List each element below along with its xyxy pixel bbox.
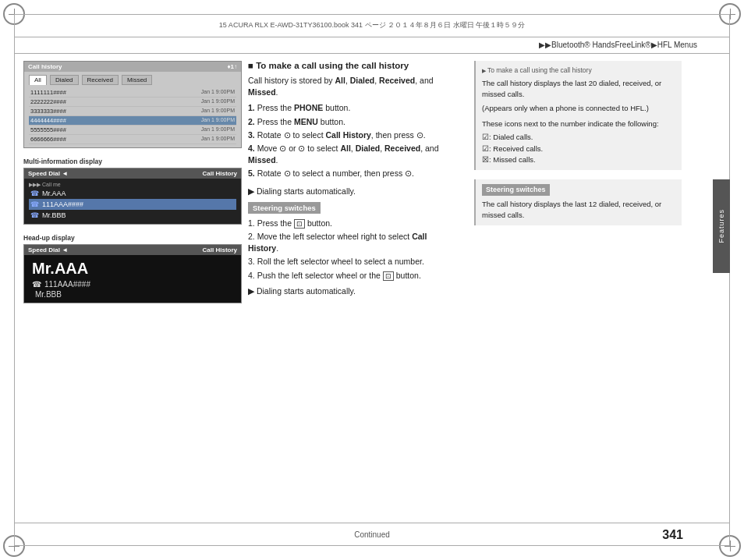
mi-row: ☎Mr.BBB	[29, 210, 236, 221]
icon-missed: ☒: Missed calls.	[482, 154, 675, 165]
info-box-1-title: To make a call using the call history	[482, 66, 675, 75]
hud-main-name: Mr.AAA	[29, 258, 236, 279]
hud-rows: ☎111AAA#### Mr.BBB	[29, 279, 236, 299]
mi-name: Mr.AAA	[42, 190, 66, 197]
dialing-note: Dialing starts automatically.	[248, 186, 459, 196]
mi-name: Mr.BBB	[42, 211, 66, 219]
call-number: 1111111####	[30, 89, 201, 96]
info-box-1-para1: The call history displays the last 20 di…	[482, 78, 675, 100]
call-row: 5555555####Jan 1 9:00PM	[29, 126, 236, 135]
steering-label: Steering switches	[248, 202, 321, 214]
hud-title: Call History	[203, 246, 237, 253]
heading-rule	[14, 53, 730, 54]
hud-row: Mr.BBB	[29, 289, 236, 299]
main-title: To make a call using the call history	[248, 61, 459, 70]
call-row: 6666666####Jan 1 9:00PM	[29, 135, 236, 144]
hud-body: Mr.AAA ☎111AAA#### Mr.BBB	[24, 255, 241, 303]
step-1: 1. Press the PHONE button.	[248, 102, 459, 114]
mi-rows: ☎Mr.AAA☎111AAA####☎Mr.BBB	[29, 188, 236, 221]
step-5: 5. Rotate ⊙ to select a number, then pre…	[248, 168, 459, 179]
call-time: Jan 1 9:00PM	[201, 89, 235, 96]
s-step-1: 1. Press the ⊡ button.	[248, 218, 459, 229]
icon-received: ☑: Received calls.	[482, 144, 675, 154]
tab-all[interactable]: All	[29, 75, 47, 85]
mi-name: 111AAA####	[42, 200, 83, 208]
step-4: 4. Move ⊙ or ⊙ to select All, Dialed, Re…	[248, 143, 459, 166]
steering-info-text: The call history displays the last 12 di…	[482, 199, 675, 221]
step-2: 2. Press the MENU button.	[248, 116, 459, 128]
call-time: Jan 1 9:00PM	[201, 136, 235, 143]
instruction-list: 1. Press the PHONE button. 2. Press the …	[248, 102, 459, 179]
middle-column: To make a call using the call history Ca…	[248, 61, 459, 302]
left-column: Call history ♦1↑ All Dialed Received Mis…	[23, 61, 242, 313]
right-column: To make a call using the call history Th…	[474, 61, 705, 225]
step-3: 3. Rotate ⊙ to select Call History, then…	[248, 129, 459, 141]
hud-screenshot: Speed Dial ◄ Call History Mr.AAA ☎111AAA…	[23, 244, 242, 303]
steering-info-box: Steering switches The call history displ…	[474, 179, 682, 225]
hud-icon: ☎	[32, 280, 41, 289]
intro-para: Call history is stored by All, Dialed, R…	[248, 75, 459, 97]
mi-subtitle: ▶▶▶ Call me	[29, 182, 236, 188]
s-step-3: 3. Roll the left selector wheel to selec…	[248, 256, 459, 268]
hud-header: Speed Dial ◄ Call History	[24, 245, 241, 255]
call-number: 6666666####	[30, 136, 201, 143]
call-row: 4444444####Jan 1 9:00PM	[29, 116, 236, 126]
call-history-tabs: All Dialed Received Missed	[29, 75, 236, 85]
mi-call-icon: ☎	[30, 200, 39, 208]
multi-info-screenshot: Speed Dial ◄ Call History ▶▶▶ Call me ☎M…	[23, 168, 242, 225]
tab-dialed[interactable]: Dialed	[50, 75, 79, 85]
top-header: 15 ACURA RLX E-AWD-31TY36100.book 341 ペー…	[14, 14, 730, 37]
icon-list: ☑: Dialed calls. ☑: Received calls. ☒: M…	[482, 132, 675, 165]
s-step-2: 2. Move the left selector wheel right to…	[248, 231, 459, 254]
call-number: 4444444####	[30, 117, 201, 124]
call-time: Jan 1 9:00PM	[201, 117, 235, 124]
call-time: Jan 1 9:00PM	[201, 108, 235, 115]
multi-info-header: Speed Dial ◄ Call History	[24, 168, 241, 179]
tab-received[interactable]: Received	[82, 75, 119, 85]
hud-name: Mr.BBB	[35, 290, 62, 299]
hud-back: Speed Dial ◄	[28, 246, 68, 253]
call-row: 1111111####Jan 1 9:00PM	[29, 88, 236, 97]
call-row: 2222222####Jan 1 9:00PM	[29, 97, 236, 107]
call-history-body: All Dialed Received Missed 1111111####Ja…	[24, 72, 241, 147]
mi-row: ☎111AAA####	[29, 199, 236, 210]
icon-dialed: ☑: Dialed calls.	[482, 132, 675, 143]
steering-section: Steering switches 1. Press the ⊡ button.…	[248, 202, 459, 296]
mi-call-icon: ☎	[30, 190, 39, 197]
multi-info-body: ▶▶▶ Call me ☎Mr.AAA☎111AAA####☎Mr.BBB	[24, 179, 241, 224]
right-tab-text: Features	[717, 209, 725, 243]
call-time: Jan 1 9:00PM	[201, 126, 235, 133]
steering-info-label: Steering switches	[482, 184, 550, 196]
call-number: 2222222####	[30, 98, 201, 105]
call-rows: 1111111####Jan 1 9:00PM2222222####Jan 1 …	[29, 88, 236, 144]
mi-call-icon: ☎	[30, 211, 39, 219]
mi-back: Speed Dial ◄	[28, 170, 68, 177]
multi-info-label: Multi-information display	[23, 158, 242, 165]
call-history-icon: ♦1↑	[227, 63, 237, 70]
right-tab: Features	[713, 179, 730, 273]
continued-label: Continued	[61, 530, 683, 539]
steering-dialing-note: Dialing starts automatically.	[248, 286, 459, 296]
info-box-1: To make a call using the call history Th…	[474, 61, 682, 170]
steering-list: 1. Press the ⊡ button. 2. Move the left …	[248, 218, 459, 282]
hud-label: Head-up display	[23, 234, 242, 242]
page-number: 341	[662, 528, 683, 542]
mi-title: Call History	[203, 170, 237, 177]
call-number: 5555555####	[30, 126, 201, 133]
call-number: 3333333####	[30, 108, 201, 115]
section-heading: ▶▶Bluetooth® HandsFreeLink®▶HFL Menus	[539, 41, 697, 49]
call-history-header: Call history ♦1↑	[24, 62, 241, 72]
mi-row: ☎Mr.AAA	[29, 188, 236, 199]
call-row: 3333333####Jan 1 9:00PM	[29, 107, 236, 116]
header-text: 15 ACURA RLX E-AWD-31TY36100.book 341 ペー…	[45, 20, 699, 30]
s-step-4: 4. Push the left selector wheel or the ⊡…	[248, 270, 459, 282]
info-box-1-para2: (Appears only when a phone is connected …	[482, 103, 675, 114]
call-history-screenshot: Call history ♦1↑ All Dialed Received Mis…	[23, 61, 242, 148]
bottom-footer: Continued 341	[14, 523, 730, 546]
call-time: Jan 1 9:00PM	[201, 98, 235, 105]
call-history-title: Call history	[28, 63, 62, 70]
tab-missed[interactable]: Missed	[122, 75, 152, 85]
hud-row: ☎111AAA####	[29, 279, 236, 289]
hud-name: 111AAA####	[44, 280, 90, 289]
info-box-1-para3: These icons next to the number indicate …	[482, 119, 675, 129]
